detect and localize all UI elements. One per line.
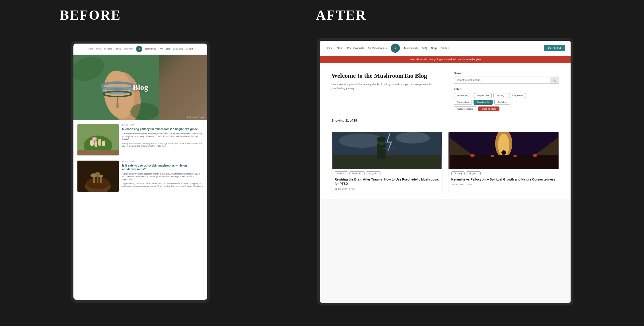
before-device: Home About At Home Retreat Psilocybin ☽ … xyxy=(71,41,210,303)
after-card-1-tags: Creativity Depression Integration xyxy=(332,169,442,176)
before-article-1-content: Feb 10, 2022 Microdosing psilocybin mush… xyxy=(122,124,203,155)
after-nav-contact[interactable]: Contact xyxy=(441,47,449,50)
search-input[interactable] xyxy=(454,77,550,83)
dark-mushrooms-image xyxy=(77,161,119,192)
before-nav-about[interactable]: About xyxy=(96,48,101,50)
get-started-button[interactable]: Get started xyxy=(544,45,565,51)
after-nav-blog[interactable]: Blog xyxy=(431,47,437,50)
filter-tag-integration[interactable]: Integration xyxy=(509,93,526,98)
after-welcome-title: Welcome to the MushroomTao Blog xyxy=(332,72,437,80)
before-hero-text: Blog xyxy=(133,83,148,92)
svg-rect-39 xyxy=(383,148,396,149)
svg-rect-15 xyxy=(102,141,105,146)
svg-rect-36 xyxy=(377,143,386,159)
before-article-2-readmore[interactable]: Read more xyxy=(193,185,203,187)
before-hero-credit: Stock photo by Freepik xyxy=(187,116,204,118)
filter-tag-creativity-active[interactable]: Creativity ✕ xyxy=(474,100,493,105)
before-nav-logo: ☽ xyxy=(136,46,142,52)
after-card-1-tag-integration[interactable]: Integration xyxy=(366,171,380,175)
before-screen: Home About At Home Retreat Psilocybin ☽ … xyxy=(73,44,207,300)
before-nav-athome[interactable]: At Home xyxy=(104,48,112,50)
after-main: Welcome to the MushroomTao Blog Learn ev… xyxy=(320,63,571,132)
before-nav: Home About At Home Retreat Psilocybin ☽ … xyxy=(73,44,207,55)
svg-point-46 xyxy=(491,155,494,157)
after-card-2: Creativity Integration Ketamine vs Psilo… xyxy=(448,132,559,194)
before-article-1-date: Feb 10, 2022 xyxy=(122,124,203,126)
after-card-2-tag-integration[interactable]: Integration xyxy=(466,171,481,175)
svg-rect-14 xyxy=(98,139,101,146)
before-nav-collaborate[interactable]: Collaborate xyxy=(173,48,183,50)
filter-tag-addiction[interactable]: Addiction xyxy=(494,100,510,105)
before-article-2-img xyxy=(77,161,119,192)
after-nav-links: Home About For Individuals For Practitio… xyxy=(326,44,450,53)
after-card-2-tags: Creativity Integration xyxy=(448,169,559,176)
tag-remove-icon[interactable]: ✕ xyxy=(487,101,489,104)
after-card-1-title[interactable]: Rewiring the Brain After Trauma: How to … xyxy=(332,176,442,188)
after-card-2-img xyxy=(448,132,559,169)
after-nav-forindividuals[interactable]: For Individuals xyxy=(347,47,364,50)
page-root: Before After Home About At Home Retreat … xyxy=(17,0,627,326)
svg-point-49 xyxy=(501,150,506,155)
before-nav-faq[interactable]: FAQ xyxy=(159,48,163,50)
dark-mushroom-svg xyxy=(77,161,119,192)
after-nav-testimonials[interactable]: Testimonials xyxy=(404,47,418,50)
svg-point-7 xyxy=(116,102,119,108)
mushrooms-image xyxy=(77,124,119,155)
after-card-2-tag-creativity[interactable]: Creativity xyxy=(451,171,465,175)
before-articles: Feb 10, 2022 Microdosing psilocybin mush… xyxy=(73,120,207,201)
clear-all-button[interactable]: Clear all filters xyxy=(478,106,499,111)
filter-label: Filter: xyxy=(454,88,559,91)
after-screen: Home About For Individuals For Practitio… xyxy=(320,41,571,303)
after-banner-link[interactable]: Free ebook with everything you need to k… xyxy=(410,58,481,61)
after-card-1-tag-depression[interactable]: Depression xyxy=(349,171,365,175)
after-device: Home About For Individuals For Practitio… xyxy=(317,38,573,306)
filter-tag-depression[interactable]: Depression xyxy=(474,93,492,98)
svg-point-48 xyxy=(533,154,537,157)
before-article-1-excerpt: "Psilocybin reveals thoughts, emotions, … xyxy=(122,132,203,141)
before-article-2-excerpt2: Trigger warning: this article contains r… xyxy=(122,182,203,188)
mushroom-svg xyxy=(77,124,119,155)
after-search-filter: Search: 🔍 Filter: Microdosing Depression… xyxy=(454,72,559,113)
svg-point-47 xyxy=(513,155,517,157)
before-article-2-title[interactable]: Is it safe to use psilocybin mushrooms w… xyxy=(122,164,203,171)
before-article-1-title[interactable]: Microdosing psilocybin mushrooms: a begi… xyxy=(122,127,203,131)
before-article-2-content: Feb 20, 2022 Is it safe to use psilocybi… xyxy=(122,161,203,192)
svg-point-27 xyxy=(98,175,103,178)
before-article-1-img xyxy=(77,124,119,155)
before-nav-home[interactable]: Home xyxy=(88,48,93,50)
search-button[interactable]: 🔍 xyxy=(550,77,559,83)
before-nav-testimonials[interactable]: Testimonials xyxy=(145,48,156,50)
after-welcome: Welcome to the MushroomTao Blog Learn ev… xyxy=(332,72,437,91)
after-card-2-meta: 30 Dec 2023 · 5 min xyxy=(448,183,559,189)
after-nav-faq[interactable]: FAQ xyxy=(422,47,427,50)
after-card-1-tag-creativity[interactable]: Creativity xyxy=(335,171,348,175)
svg-point-9 xyxy=(130,103,159,120)
before-nav-psilocybin[interactable]: Psilocybin xyxy=(124,48,133,50)
svg-point-17 xyxy=(93,138,96,140)
svg-rect-13 xyxy=(94,141,97,147)
before-article-2: Feb 20, 2022 Is it safe to use psilocybi… xyxy=(77,161,203,192)
after-nav-forpractitioners[interactable]: For Practitioners xyxy=(368,47,387,50)
svg-point-38 xyxy=(377,136,386,142)
before-nav-contact[interactable]: Contact xyxy=(186,48,193,50)
after-nav-home[interactable]: Home xyxy=(326,47,333,50)
filter-tag-microdosing[interactable]: Microdosing xyxy=(454,93,472,98)
before-nav-retreat[interactable]: Retreat xyxy=(115,48,121,50)
after-cards: Creativity Depression Integration Rewiri… xyxy=(320,132,571,199)
svg-point-45 xyxy=(470,154,475,157)
before-label: Before xyxy=(60,7,121,23)
filter-tags-row2: Preparation Creativity ✕ Addiction xyxy=(454,100,559,105)
before-nav-blog[interactable]: Blog xyxy=(166,48,170,50)
showing-text: Showing 11 of 29 xyxy=(332,119,559,122)
after-card-2-title[interactable]: Ketamine vs Psilocybin – Spiritual Growt… xyxy=(448,176,559,183)
before-article-2-excerpt: "Unlike the conventional approach of ant… xyxy=(122,173,203,181)
filter-tag-anxiety[interactable]: Anxiety xyxy=(493,93,507,98)
filter-tag-preparation[interactable]: Preparation xyxy=(454,100,472,105)
filter-tags-row1: Microdosing Depression Anxiety Integrati… xyxy=(454,93,559,98)
filter-tag-antidepressants[interactable]: Antidepressants xyxy=(454,106,476,111)
meditation-svg xyxy=(448,132,559,169)
before-article-1-readmore[interactable]: Read more xyxy=(157,145,166,147)
search-label: Search: xyxy=(454,72,559,75)
after-nav-about[interactable]: About xyxy=(337,47,343,50)
filter-tags-row3: Antidepressants Clear all filters xyxy=(454,106,559,111)
